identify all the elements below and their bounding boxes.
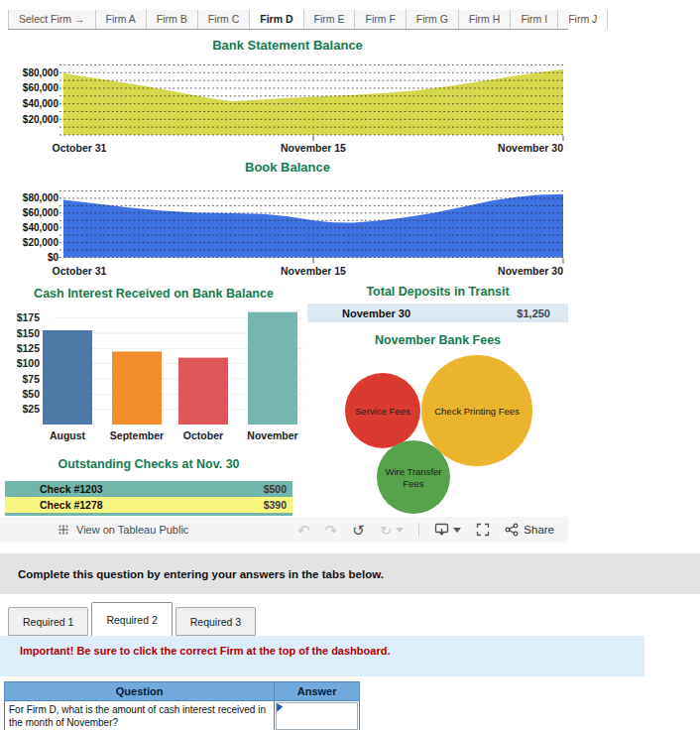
share-button[interactable]: Share [505,523,554,537]
book-balance-chart[interactable]: $80,000$60,000$40,000$20,000$0October 31… [0,179,568,278]
firm-tab-g[interactable]: Firm G [407,10,459,29]
svg-text:$125: $125 [17,342,41,354]
bank-statement-title: Bank Statement Balance [0,38,575,53]
svg-text:$25: $25 [22,403,40,415]
svg-text:Service Fees: Service Fees [355,406,410,417]
important-notice-text: Important! Be sure to click the correct … [20,645,644,657]
check-row-1203: Check #1203 $500 [5,481,292,497]
svg-text:$40,000: $40,000 [23,222,59,233]
svg-text:$60,000: $60,000 [23,207,59,218]
select-firm-label: Select Firm → [8,10,96,29]
svg-text:$50: $50 [22,388,40,400]
check-row-1278: Check #1278 $390 [5,497,292,513]
check-value: $500 [264,483,287,495]
svg-text:November 30: November 30 [498,142,563,154]
download-caret-icon[interactable] [453,528,461,533]
instruction-bar: Complete this question by entering your … [0,553,700,594]
svg-text:October 31: October 31 [53,142,107,154]
question-text: For Firm D, what is the amount of cash i… [5,701,275,730]
svg-text:October 31: October 31 [53,265,107,277]
firm-tab-bar: Select Firm → Firm A Firm B Firm C Firm … [8,10,568,30]
svg-text:November 30: November 30 [498,265,563,277]
download-icon[interactable] [434,523,449,537]
firm-tab-a[interactable]: Firm A [96,10,147,29]
firm-tab-h[interactable]: Firm H [459,10,512,29]
bank-fees-title: November Bank Fees [307,333,568,347]
redo-icon[interactable]: ↷ [325,523,338,538]
bank-statement-chart[interactable]: $80,000$60,000$40,000$20,000October 31No… [0,55,568,159]
page: Select Firm → Firm A Firm B Firm C Firm … [0,0,700,730]
instruction-text: Complete this question by entering your … [18,568,384,580]
firm-tab-d-selected[interactable]: Firm D [250,10,303,29]
tab-required-3[interactable]: Required 3 [175,607,256,636]
check-label: Check #1203 [40,483,103,495]
answer-header: Answer [275,682,360,701]
svg-text:$80,000: $80,000 [23,192,59,203]
svg-text:August: August [50,429,86,441]
firm-tab-f[interactable]: Firm F [355,10,406,29]
svg-text:November: November [247,429,297,441]
svg-text:$0: $0 [48,252,59,263]
undo-icon[interactable]: ↶ [297,523,310,538]
share-icon [505,523,519,537]
revert-icon[interactable]: ↻ [380,524,393,536]
toolbar-divider [418,523,419,537]
svg-text:November 15: November 15 [281,142,346,154]
tab-required-2-active[interactable]: Required 2 [91,602,172,636]
answer-input[interactable] [276,702,358,730]
question-table: Question Answer For Firm D, what is the … [4,681,360,730]
svg-text:Check Printing Fees: Check Printing Fees [434,406,520,417]
svg-text:October: October [183,429,223,441]
fullscreen-icon[interactable] [476,523,490,537]
important-notice: Important! Be sure to click the correct … [0,636,644,676]
svg-text:$100: $100 [17,357,41,369]
question-header: Question [5,682,275,701]
cash-interest-title: Cash Interest Received on Bank Balance [0,287,307,301]
view-on-tableau-label: View on Tableau Public [76,524,188,536]
svg-text:$20,000: $20,000 [23,114,59,125]
view-on-tableau-link[interactable]: View on Tableau Public [57,523,188,537]
share-label: Share [524,524,554,536]
checks-title: Outstanding Checks at Nov. 30 [0,457,297,471]
cash-interest-chart[interactable]: $175$150$125$100$75$50$25AugustSeptember… [0,304,307,442]
deposits-row: November 30 $1,250 [307,304,568,322]
book-balance-title: Book Balance [0,160,575,175]
svg-text:$80,000: $80,000 [23,67,59,78]
bank-fees-chart[interactable]: Service FeesCheck Printing FeesWire Tran… [307,349,568,518]
tableau-toolbar: View on Tableau Public ↶ ↷ ↺ ↻ [0,517,568,543]
required-tabs: Required 1 Required 2 Required 3 [8,602,259,636]
check-row-partial [5,513,292,516]
svg-text:$20,000: $20,000 [23,237,59,248]
firm-tab-i[interactable]: Firm I [511,10,558,29]
firm-tab-e[interactable]: Firm E [304,10,356,29]
deposits-date: November 30 [342,307,410,319]
svg-text:$75: $75 [22,373,40,385]
revert-caret-icon[interactable] [396,528,404,533]
firm-tab-j[interactable]: Firm J [558,10,608,29]
tab-required-1[interactable]: Required 1 [8,607,88,636]
tableau-logo-icon [57,523,70,537]
svg-text:September: September [110,429,164,441]
deposits-title: Total Deposits in Transit [307,285,568,299]
svg-text:November 15: November 15 [281,265,346,277]
firm-tab-b[interactable]: Firm B [147,10,198,29]
deposits-value: $1,250 [517,307,550,319]
firm-tab-c[interactable]: Firm C [198,10,251,29]
svg-text:$150: $150 [17,327,41,339]
answer-cell [275,701,360,730]
replay-icon[interactable]: ↺ [352,523,365,538]
check-value: $390 [264,499,287,511]
svg-text:$60,000: $60,000 [23,82,59,93]
svg-text:$175: $175 [17,311,41,323]
svg-text:$40,000: $40,000 [23,98,59,109]
check-label: Check #1278 [40,499,103,511]
